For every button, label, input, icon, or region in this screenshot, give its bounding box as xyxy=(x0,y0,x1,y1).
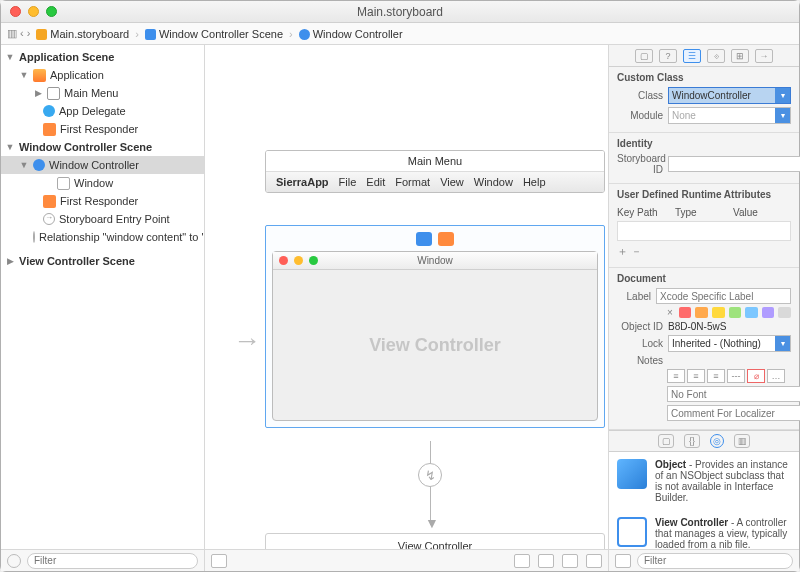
swatch[interactable] xyxy=(729,307,742,318)
outline-window-controller[interactable]: ▼Window Controller xyxy=(1,156,204,174)
outline-application[interactable]: ▼Application xyxy=(1,66,204,84)
size-inspector-tab[interactable]: ⊞ xyxy=(731,49,749,63)
window-controller-icon xyxy=(33,159,45,171)
toggle-outline-icon[interactable] xyxy=(211,554,227,568)
library-item-view-controller[interactable]: View Controller - A controller that mana… xyxy=(609,510,799,549)
menu-icon xyxy=(47,87,60,100)
canvas-option-icon[interactable] xyxy=(562,554,578,568)
outline-main-menu[interactable]: ▶Main Menu xyxy=(1,84,204,102)
outline-vc-scene[interactable]: ▶View Controller Scene xyxy=(1,252,204,270)
help-inspector-tab[interactable]: ? xyxy=(659,49,677,63)
swatch[interactable] xyxy=(745,307,758,318)
main-menu-bar[interactable]: SierraApp File Edit Format View Window H… xyxy=(266,172,604,192)
media-library-tab[interactable]: ▥ xyxy=(734,434,750,448)
library-item-object[interactable]: Object - Provides an instance of an NSOb… xyxy=(609,452,799,510)
menu-item[interactable]: Window xyxy=(474,176,513,188)
crumb-object[interactable]: Window Controller xyxy=(299,28,403,40)
window-controller-scene[interactable]: Window View Controller xyxy=(265,225,605,428)
menu-item[interactable]: View xyxy=(440,176,464,188)
remove-button[interactable]: － xyxy=(631,245,642,257)
canvas-window[interactable]: Window View Controller xyxy=(272,251,598,421)
lock-combobox[interactable]: Inherited - (Nothing)▾ xyxy=(668,335,791,352)
swatch[interactable] xyxy=(762,307,775,318)
label-color-swatches[interactable]: × xyxy=(667,307,791,318)
delegate-icon xyxy=(43,105,55,117)
view-controller-icon xyxy=(617,517,647,547)
crumb-file[interactable]: Main.storyboard xyxy=(36,28,129,40)
outline-app-scene[interactable]: ▼Application Scene xyxy=(1,48,204,66)
nav-back-icon[interactable]: ‹ xyxy=(20,27,24,40)
segue-icon[interactable]: ↯ xyxy=(418,463,442,487)
outline-first-responder[interactable]: First Responder xyxy=(1,120,204,138)
font-field[interactable] xyxy=(667,386,800,402)
file-inspector-tab[interactable]: ▢ xyxy=(635,49,653,63)
swatch[interactable] xyxy=(679,307,692,318)
outline-window[interactable]: Window xyxy=(1,174,204,192)
align-right-icon[interactable]: ≡ xyxy=(707,369,725,383)
module-combobox[interactable]: None▾ xyxy=(668,107,791,124)
window-controller-icon[interactable] xyxy=(416,232,432,246)
menu-scene[interactable]: Main Menu SierraApp File Edit Format Vie… xyxy=(265,150,605,193)
file-template-tab[interactable]: ▢ xyxy=(658,434,674,448)
section-custom-class: Custom Class xyxy=(617,72,791,83)
outline-relationship[interactable]: Relationship "window content" to "... xyxy=(1,228,204,246)
align-justify-icon[interactable]: --- xyxy=(727,369,745,383)
doc-label-field[interactable] xyxy=(656,288,791,304)
canvas-option-icon[interactable] xyxy=(586,554,602,568)
menu-item[interactable]: File xyxy=(339,176,357,188)
menu-item[interactable]: Format xyxy=(395,176,430,188)
outline-entry-point[interactable]: Storyboard Entry Point xyxy=(1,210,204,228)
filter-icon[interactable] xyxy=(7,554,21,568)
object-id-label: Object ID xyxy=(617,321,663,332)
canvas-option-icon[interactable] xyxy=(538,554,554,568)
swatch[interactable] xyxy=(695,307,708,318)
segue-arrowhead-icon: ▼ xyxy=(425,515,439,531)
section-document: Document xyxy=(617,273,791,284)
class-combobox[interactable]: WindowController⊖▾ xyxy=(668,87,791,104)
menu-item[interactable]: SierraApp xyxy=(276,176,329,188)
storyboard-id-field[interactable] xyxy=(668,156,800,172)
canvas-option-icon[interactable] xyxy=(514,554,530,568)
storyboard-icon xyxy=(36,29,47,40)
crumb-scene[interactable]: Window Controller Scene xyxy=(145,28,283,40)
connections-inspector-tab[interactable]: → xyxy=(755,49,773,63)
menu-item[interactable]: Edit xyxy=(366,176,385,188)
object-library-tab[interactable]: ◎ xyxy=(710,434,724,448)
swatch[interactable] xyxy=(778,307,791,318)
menu-item[interactable]: Help xyxy=(523,176,546,188)
section-identity: Identity xyxy=(617,138,791,149)
nav-toggle-icon[interactable]: ▥ xyxy=(7,27,17,40)
doc-label-label: Label xyxy=(617,291,651,302)
outline-wc-scene[interactable]: ▼Window Controller Scene xyxy=(1,138,204,156)
more-icon[interactable]: … xyxy=(767,369,785,383)
lock-label: Lock xyxy=(617,338,663,349)
outline-app-delegate[interactable]: App Delegate xyxy=(1,102,204,120)
chevron-down-icon[interactable]: ▾ xyxy=(775,88,790,103)
align-left-icon[interactable]: ≡ xyxy=(667,369,685,383)
chevron-down-icon[interactable]: ▾ xyxy=(775,336,790,351)
localizer-comment-field[interactable] xyxy=(667,405,800,421)
library-filter-input[interactable] xyxy=(637,553,793,569)
swatch[interactable] xyxy=(712,307,725,318)
inspector-panel: ▢ ? ☰ ⟐ ⊞ → Custom Class Class WindowCon… xyxy=(609,45,799,571)
storyboard-canvas[interactable]: Main Menu SierraApp File Edit Format Vie… xyxy=(205,45,609,571)
outline-filter-input[interactable] xyxy=(27,553,198,569)
attributes-inspector-tab[interactable]: ⟐ xyxy=(707,49,725,63)
object-id-value: B8D-0N-5wS xyxy=(668,321,726,332)
object-icon xyxy=(617,459,647,489)
clear-style-icon[interactable]: ⌀ xyxy=(747,369,765,383)
first-responder-icon[interactable] xyxy=(438,232,454,246)
align-center-icon[interactable]: ≡ xyxy=(687,369,705,383)
history-nav[interactable]: ▥ ‹ › xyxy=(7,27,30,40)
nav-fwd-icon[interactable]: › xyxy=(27,27,31,40)
code-snippet-tab[interactable]: {} xyxy=(684,434,700,448)
add-button[interactable]: ＋ xyxy=(617,245,628,257)
outline-first-responder-2[interactable]: First Responder xyxy=(1,192,204,210)
canvas-view-controller-label: View Controller xyxy=(273,270,597,420)
identity-inspector-tab[interactable]: ☰ xyxy=(683,49,701,63)
breadcrumb: ▥ ‹ › Main.storyboard › Window Controlle… xyxy=(1,23,799,45)
chevron-down-icon[interactable]: ▾ xyxy=(775,108,790,123)
udra-table[interactable] xyxy=(617,221,791,241)
grid-view-icon[interactable] xyxy=(615,554,631,568)
object-library[interactable]: Object - Provides an instance of an NSOb… xyxy=(609,452,799,549)
